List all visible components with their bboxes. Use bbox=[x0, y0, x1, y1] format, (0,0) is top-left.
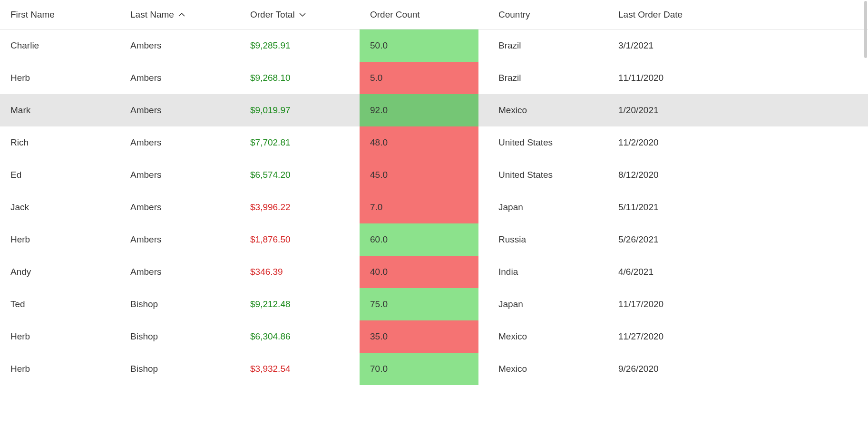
cell-country: Brazil bbox=[488, 29, 608, 62]
cell-order-total: $3,996.22 bbox=[240, 191, 360, 223]
column-header-label: Last Order Date bbox=[618, 10, 683, 20]
cell-first-name: Herb bbox=[0, 223, 120, 256]
column-header-label: First Name bbox=[10, 10, 55, 20]
cell-last-name: Ambers bbox=[120, 191, 240, 223]
table-row[interactable]: HerbAmbers$1,876.5060.0Russia5/26/2021 bbox=[0, 223, 868, 256]
cell-order-total: $6,574.20 bbox=[240, 159, 360, 191]
table-row[interactable]: HerbAmbers$9,268.105.0Brazil11/11/2020 bbox=[0, 62, 868, 94]
cell-first-name: Ted bbox=[0, 288, 120, 320]
cell-order-count-value: 50.0 bbox=[360, 29, 478, 62]
table-header-row: First Name Last Name Order Total Order C… bbox=[0, 0, 868, 29]
cell-last-order-date: 1/20/2021 bbox=[608, 94, 868, 126]
cell-order-count: 92.0 bbox=[360, 94, 488, 126]
table-row[interactable]: CharlieAmbers$9,285.9150.0Brazil3/1/2021 bbox=[0, 29, 868, 62]
cell-order-count: 60.0 bbox=[360, 223, 488, 256]
cell-order-count-value: 48.0 bbox=[360, 126, 478, 159]
column-header-label: Last Name bbox=[130, 10, 174, 20]
cell-order-count-value: 60.0 bbox=[360, 223, 478, 256]
cell-country: Mexico bbox=[488, 320, 608, 353]
table-row[interactable]: RichAmbers$7,702.8148.0United States11/2… bbox=[0, 126, 868, 159]
cell-last-order-date: 4/6/2021 bbox=[608, 256, 868, 288]
cell-order-count: 70.0 bbox=[360, 353, 488, 385]
cell-order-total: $9,285.91 bbox=[240, 29, 360, 62]
column-header-label: Order Total bbox=[250, 10, 295, 20]
cell-last-order-date: 5/11/2021 bbox=[608, 191, 868, 223]
cell-order-total: $346.39 bbox=[240, 256, 360, 288]
cell-order-count: 35.0 bbox=[360, 320, 488, 353]
cell-last-name: Ambers bbox=[120, 256, 240, 288]
cell-order-count: 48.0 bbox=[360, 126, 488, 159]
cell-order-total: $1,876.50 bbox=[240, 223, 360, 256]
chevron-up-icon bbox=[178, 11, 185, 19]
cell-last-name: Ambers bbox=[120, 223, 240, 256]
column-header-last-order-date[interactable]: Last Order Date bbox=[608, 10, 868, 20]
cell-last-order-date: 11/2/2020 bbox=[608, 126, 868, 159]
cell-last-order-date: 8/12/2020 bbox=[608, 159, 868, 191]
cell-order-total: $9,268.10 bbox=[240, 62, 360, 94]
table-row[interactable]: JackAmbers$3,996.227.0Japan5/11/2021 bbox=[0, 191, 868, 223]
cell-last-name: Ambers bbox=[120, 62, 240, 94]
cell-order-total: $3,932.54 bbox=[240, 353, 360, 385]
cell-country: Mexico bbox=[488, 94, 608, 126]
cell-country: United States bbox=[488, 126, 608, 159]
cell-order-total: $6,304.86 bbox=[240, 320, 360, 353]
cell-first-name: Herb bbox=[0, 320, 120, 353]
cell-order-count-value: 45.0 bbox=[360, 159, 478, 191]
cell-first-name: Andy bbox=[0, 256, 120, 288]
cell-country: Brazil bbox=[488, 62, 608, 94]
cell-first-name: Herb bbox=[0, 353, 120, 385]
cell-order-count-value: 35.0 bbox=[360, 320, 478, 353]
cell-first-name: Mark bbox=[0, 94, 120, 126]
table-row[interactable]: HerbBishop$3,932.5470.0Mexico9/26/2020 bbox=[0, 353, 868, 385]
cell-first-name: Ed bbox=[0, 159, 120, 191]
cell-last-order-date: 9/26/2020 bbox=[608, 353, 868, 385]
cell-last-name: Ambers bbox=[120, 29, 240, 62]
column-header-order-total[interactable]: Order Total bbox=[240, 10, 360, 20]
scrollbar-thumb[interactable] bbox=[864, 1, 867, 58]
cell-order-count: 45.0 bbox=[360, 159, 488, 191]
cell-first-name: Charlie bbox=[0, 29, 120, 62]
table-row[interactable]: AndyAmbers$346.3940.0India4/6/2021 bbox=[0, 256, 868, 288]
cell-order-total: $9,212.48 bbox=[240, 288, 360, 320]
cell-last-order-date: 3/1/2021 bbox=[608, 29, 868, 62]
cell-last-order-date: 11/17/2020 bbox=[608, 288, 868, 320]
cell-country: Japan bbox=[488, 288, 608, 320]
cell-order-count: 7.0 bbox=[360, 191, 488, 223]
cell-first-name: Rich bbox=[0, 126, 120, 159]
cell-last-name: Ambers bbox=[120, 126, 240, 159]
cell-order-count-value: 75.0 bbox=[360, 288, 478, 320]
column-header-first-name[interactable]: First Name bbox=[0, 10, 120, 20]
cell-order-total: $9,019.97 bbox=[240, 94, 360, 126]
cell-order-count-value: 7.0 bbox=[360, 191, 478, 223]
cell-country: India bbox=[488, 256, 608, 288]
data-grid: First Name Last Name Order Total Order C… bbox=[0, 0, 868, 385]
cell-order-count-value: 5.0 bbox=[360, 62, 478, 94]
cell-order-count-value: 92.0 bbox=[360, 94, 478, 126]
cell-last-name: Ambers bbox=[120, 159, 240, 191]
chevron-down-icon bbox=[299, 11, 306, 19]
cell-last-order-date: 11/27/2020 bbox=[608, 320, 868, 353]
cell-last-name: Bishop bbox=[120, 288, 240, 320]
cell-first-name: Jack bbox=[0, 191, 120, 223]
column-header-last-name[interactable]: Last Name bbox=[120, 10, 240, 20]
cell-first-name: Herb bbox=[0, 62, 120, 94]
cell-order-count-value: 70.0 bbox=[360, 353, 478, 385]
cell-order-count: 50.0 bbox=[360, 29, 488, 62]
cell-order-count-value: 40.0 bbox=[360, 256, 478, 288]
cell-order-count: 75.0 bbox=[360, 288, 488, 320]
table-row[interactable]: TedBishop$9,212.4875.0Japan11/17/2020 bbox=[0, 288, 868, 320]
cell-country: Mexico bbox=[488, 353, 608, 385]
column-header-country[interactable]: Country bbox=[488, 10, 608, 20]
table-row[interactable]: EdAmbers$6,574.2045.0United States8/12/2… bbox=[0, 159, 868, 191]
cell-last-name: Bishop bbox=[120, 353, 240, 385]
cell-order-total: $7,702.81 bbox=[240, 126, 360, 159]
cell-country: Japan bbox=[488, 191, 608, 223]
table-row[interactable]: MarkAmbers$9,019.9792.0Mexico1/20/2021 bbox=[0, 94, 868, 126]
cell-country: United States bbox=[488, 159, 608, 191]
table-row[interactable]: HerbBishop$6,304.8635.0Mexico11/27/2020 bbox=[0, 320, 868, 353]
table-body: CharlieAmbers$9,285.9150.0Brazil3/1/2021… bbox=[0, 29, 868, 385]
column-header-order-count[interactable]: Order Count bbox=[360, 10, 488, 20]
column-header-label: Order Count bbox=[370, 10, 420, 20]
cell-last-order-date: 5/26/2021 bbox=[608, 223, 868, 256]
cell-order-count: 5.0 bbox=[360, 62, 488, 94]
